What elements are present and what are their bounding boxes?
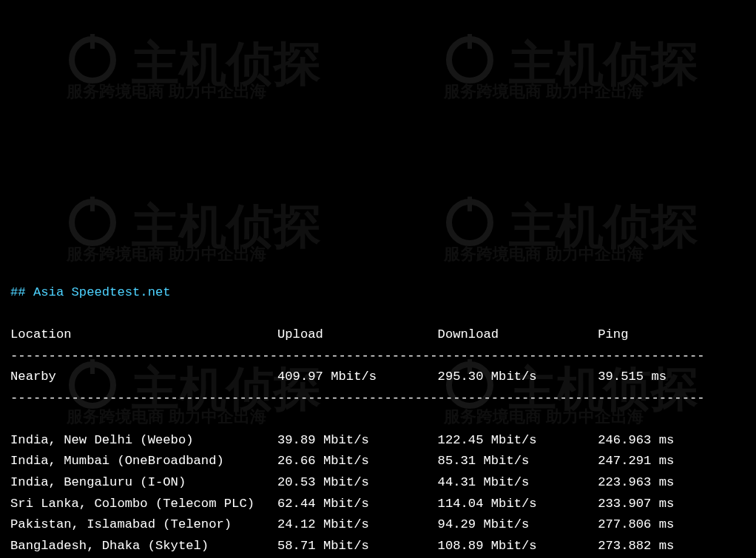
table-body: India, New Delhi (Weebo) 39.89 Mbit/s 12… bbox=[10, 433, 705, 558]
svg-rect-5 bbox=[90, 197, 95, 211]
svg-rect-3 bbox=[468, 34, 472, 49]
divider: ----------------------------------------… bbox=[10, 349, 705, 363]
svg-point-4 bbox=[72, 202, 113, 243]
divider: ----------------------------------------… bbox=[10, 391, 705, 405]
svg-point-2 bbox=[449, 39, 490, 81]
page-title: ## Asia Speedtest.net bbox=[10, 285, 171, 299]
svg-rect-1 bbox=[90, 34, 95, 49]
watermark-2: 主机侦探服务跨境电商 助力中企出海 bbox=[444, 34, 698, 103]
svg-point-0 bbox=[72, 39, 113, 81]
header-row: Location Upload Download Ping bbox=[10, 327, 705, 341]
svg-rect-7 bbox=[468, 197, 472, 211]
watermark-1: 主机侦探服务跨境电商 助力中企出海 bbox=[67, 34, 321, 103]
svg-point-6 bbox=[449, 202, 490, 243]
terminal-output: ## Asia Speedtest.net Location Upload Do… bbox=[0, 254, 756, 558]
nearby-row: Nearby 409.97 Mbit/s 295.30 Mbit/s 39.51… bbox=[10, 370, 705, 384]
